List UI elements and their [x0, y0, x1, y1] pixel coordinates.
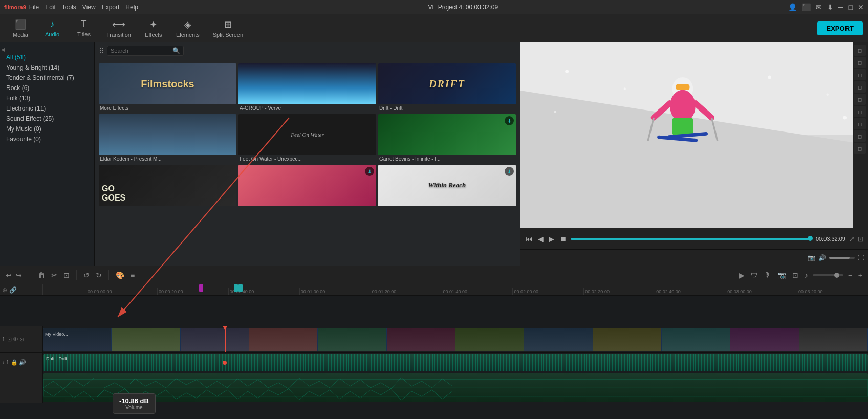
panel-icon-9[interactable]: ◻	[854, 143, 866, 154]
crop-button[interactable]: ⊡	[62, 270, 71, 281]
collapse-button[interactable]: ◀	[0, 47, 6, 52]
delete-button[interactable]: 🗑	[36, 270, 47, 281]
category-folk[interactable]: Folk (13)	[0, 93, 94, 103]
panel-icon-1[interactable]: ◻	[854, 45, 866, 56]
video-track-row: 1 ⊡ 👁 ⊙ My Video...	[0, 326, 868, 353]
progress-bar[interactable]	[571, 238, 813, 240]
track-eye-icon[interactable]: ⊙	[19, 336, 24, 343]
message-icon[interactable]: ✉	[816, 3, 822, 11]
category-electronic[interactable]: Electronic (11)	[0, 103, 94, 114]
grid-item-eldar[interactable]: Eldar Kedem - Present M...	[99, 114, 236, 163]
menu-file[interactable]: File	[29, 4, 39, 11]
play-button[interactable]: ▶	[548, 234, 555, 244]
export-button[interactable]: EXPORT	[817, 21, 863, 35]
add-track-icon[interactable]: ⊕	[2, 286, 7, 294]
stop-button[interactable]: ⏹	[558, 234, 568, 244]
close-button[interactable]: ✕	[858, 3, 864, 11]
panel-icon-2[interactable]: ◻	[854, 57, 866, 68]
color-button[interactable]: 🎨	[114, 270, 126, 281]
category-tender[interactable]: Tender & Sentimental (7)	[0, 73, 94, 83]
play-head-icon[interactable]: ▶	[737, 270, 746, 281]
full-screen-icon[interactable]: ⤢	[849, 235, 855, 243]
grid-item-withinreach[interactable]: Within Reach ⬇	[378, 165, 516, 208]
category-my-music[interactable]: My Music (0)	[0, 124, 94, 134]
menu-view[interactable]: View	[82, 4, 96, 11]
zoom-icon[interactable]: ⊡	[791, 270, 800, 281]
panel-icon-3[interactable]: ◻	[854, 69, 866, 80]
toolbar-titles[interactable]: T Titles	[69, 16, 99, 40]
grid-item-filmstocks[interactable]: Filmstocks More Effects	[99, 63, 236, 112]
download-icon[interactable]: ⬇	[827, 3, 833, 11]
panel-icon-8[interactable]: ◻	[854, 130, 866, 142]
toolbar-audio[interactable]: ♪ Audio	[37, 16, 68, 40]
grid-item-feetonwater[interactable]: Feel On Water Feet On Water - Unexpec...	[238, 114, 376, 163]
rotate-button[interactable]: ↺	[82, 270, 91, 281]
svg-point-19	[843, 116, 847, 120]
audio-lock-icon[interactable]: 🔒	[11, 359, 18, 366]
volume-icon[interactable]: 🔊	[818, 254, 826, 261]
link-icon[interactable]: 🔗	[9, 286, 17, 294]
cut-button[interactable]: ✂	[50, 270, 59, 281]
menu-help[interactable]: Help	[125, 4, 138, 11]
audio2-icon[interactable]: ♪	[803, 270, 810, 281]
timeline-playhead[interactable]	[225, 326, 226, 352]
toolbar-media[interactable]: ⬛ Media	[5, 16, 36, 40]
aspect-ratio-icon[interactable]: ⊡	[858, 235, 864, 243]
category-rock[interactable]: Rock (6)	[0, 83, 94, 93]
redo-button[interactable]: ↪	[14, 270, 24, 281]
toolbar-effects[interactable]: ✦ Effects	[138, 16, 169, 40]
withinreach-thumb: Within Reach ⬇	[378, 165, 516, 206]
category-young-bright[interactable]: Young & Bright (14)	[0, 62, 94, 73]
zoom-in-icon[interactable]: +	[857, 270, 864, 281]
adjust-button[interactable]: ≡	[129, 270, 136, 281]
settings-icon[interactable]: ⬛	[802, 3, 811, 11]
camera2-icon[interactable]: 📷	[776, 270, 788, 281]
grid-layout-icon[interactable]: ⠿	[99, 47, 104, 55]
camera-icon[interactable]: 📷	[808, 254, 815, 261]
rewind-button[interactable]: ⏮	[525, 234, 534, 244]
search-input[interactable]	[111, 48, 170, 54]
undo-button[interactable]: ↩	[4, 270, 13, 281]
menu-edit[interactable]: Edit	[45, 4, 56, 11]
toolbar-elements[interactable]: ◈ Elements	[170, 16, 206, 40]
menu-tools[interactable]: Tools	[62, 4, 76, 11]
refresh-button[interactable]: ↻	[94, 270, 103, 281]
track-header-icons: ⊡ 👁 ⊙	[7, 336, 24, 343]
mic-icon[interactable]: 🎙	[763, 270, 773, 281]
grid-item-garret[interactable]: ⬇ Garret Bevins - Infinite - I...	[378, 114, 516, 163]
menu-export[interactable]: Export	[102, 4, 120, 11]
audio-mute-icon[interactable]: 🔊	[19, 359, 26, 366]
track-mute-icon[interactable]: 👁	[13, 336, 18, 343]
garret-thumb: ⬇	[378, 114, 516, 155]
toolbar-splitscreen[interactable]: ⊞ Split Screen	[207, 16, 249, 40]
toolbar-transition[interactable]: ⟷ Transition	[100, 16, 137, 40]
splitscreen-label: Split Screen	[213, 32, 243, 38]
preview-frame	[520, 42, 868, 228]
minimize-button[interactable]: ─	[838, 3, 843, 11]
panel-icon-6[interactable]: ◻	[854, 106, 866, 117]
grid-item-verve[interactable]: A-GROUP - Verve	[238, 63, 376, 112]
maximize-button[interactable]: □	[849, 3, 853, 11]
grid-item-drift[interactable]: DRIFT Drift - Drift	[378, 63, 516, 112]
audio-marker[interactable]	[223, 361, 227, 365]
svg-rect-7	[672, 118, 693, 135]
fullscreen-button[interactable]: ⛶	[858, 254, 864, 261]
prev-frame-button[interactable]: ◀	[537, 234, 545, 244]
shield-icon[interactable]: 🛡	[749, 270, 760, 281]
grid-item-goes[interactable]: GO GOES	[99, 165, 236, 208]
zoom-slider[interactable]	[813, 274, 843, 276]
category-favourite[interactable]: Favourite (0)	[0, 134, 94, 144]
panel-icon-7[interactable]: ◻	[854, 118, 866, 129]
category-sound-effect[interactable]: Sound Effect (25)	[0, 114, 94, 124]
grid-item-pink[interactable]: ⬇	[238, 165, 376, 208]
track-lock-icon[interactable]: ⊡	[7, 336, 12, 343]
zoom-out-icon[interactable]: −	[847, 270, 854, 281]
category-all[interactable]: All (51)	[0, 52, 94, 62]
feetonwater-thumb: Feel On Water	[238, 114, 376, 155]
current-time: 00:03:32:09	[816, 236, 845, 242]
volume-slider[interactable]	[829, 257, 855, 259]
panel-icon-5[interactable]: ◻	[854, 94, 866, 105]
search-icon[interactable]: 🔍	[172, 47, 180, 54]
panel-icon-4[interactable]: ◻	[854, 81, 866, 93]
account-icon[interactable]: 👤	[788, 3, 797, 11]
